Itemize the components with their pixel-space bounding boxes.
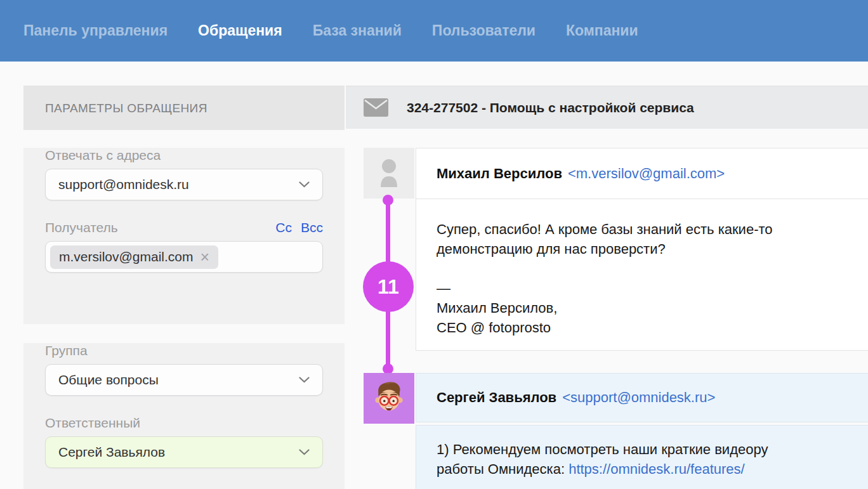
message-agent-body: 1) Рекомендуем посмотреть наши краткие в… [416, 425, 868, 489]
case-parameters-title: ПАРАМЕТРЫ ОБРАЩЕНИЯ [23, 86, 345, 130]
section-divider [23, 324, 345, 327]
remove-recipient-icon[interactable]: × [201, 249, 210, 265]
envelope-icon [364, 98, 388, 117]
ticket-title: 324-277502 - Помощь с настройкой сервиса [407, 100, 694, 115]
message-customer-header: Михаил Версилов <m.versilov@gmail.com> [416, 148, 868, 199]
reply-from-label: Отвечать с адреса [45, 148, 323, 163]
author-email-link[interactable]: <m.versilov@gmail.com> [568, 166, 725, 182]
group-select[interactable]: Общие вопросы [45, 364, 323, 396]
nav-tab-companies[interactable]: Компании [566, 22, 638, 39]
agent-memoji-icon [371, 380, 407, 417]
author-name: Сергей Завьялов [437, 389, 556, 406]
nav-tab-cases[interactable]: Обращения [198, 22, 282, 39]
group-label: Группа [45, 343, 323, 358]
reply-from-select[interactable]: support@omnidesk.ru [45, 169, 323, 200]
reply-from-value: support@omnidesk.ru [58, 177, 189, 192]
group-value: Общие вопросы [58, 372, 159, 388]
case-parameters-panel: ПАРАМЕТРЫ ОБРАЩЕНИЯ Отвечать с адреса su… [23, 86, 345, 489]
bcc-link[interactable]: Bcc [301, 220, 323, 235]
author-email-link[interactable]: <support@omnidesk.ru> [562, 389, 715, 406]
ticket-header: 324-277502 - Помощь с настройкой сервиса [346, 86, 868, 129]
recipient-label: Получатель [45, 220, 118, 235]
message-line: — [437, 278, 868, 298]
nav-tab-knowledge-base[interactable]: База знаний [313, 22, 402, 39]
message-customer: Михаил Версилов <m.versilov@gmail.com> С… [416, 148, 868, 351]
message-agent-header: Сергей Завьялов <support@omnidesk.ru> [416, 373, 868, 422]
features-link[interactable]: https://omnidesk.ru/features/ [569, 461, 745, 477]
message-customer-body: Супер, спасибо! А кроме базы знаний есть… [416, 199, 868, 337]
message-count-badge[interactable]: 11 [363, 261, 414, 312]
recipient-input[interactable]: m.versilov@gmail.com × [45, 241, 323, 273]
agent-avatar [364, 373, 414, 424]
assignee-select[interactable]: Сергей Завьялов [45, 436, 323, 468]
top-navigation: Панель управления Обращения База знаний … [0, 0, 868, 62]
message-line [437, 259, 868, 278]
message-line: демонстрацию для нас проверсти? [437, 239, 868, 259]
nav-tab-dashboard[interactable]: Панель управления [23, 22, 168, 39]
chevron-down-icon [299, 449, 310, 455]
chevron-down-icon [299, 377, 310, 383]
assignee-label: Ответственный [45, 415, 323, 431]
message-line: 1) Рекомендуем посмотреть наши краткие в… [437, 440, 868, 459]
nav-tab-users[interactable]: Пользователи [432, 22, 536, 39]
message-line: Супер, спасибо! А кроме базы знаний есть… [437, 219, 868, 239]
message-agent: Сергей Завьялов <support@omnidesk.ru> 1)… [416, 373, 868, 489]
case-view: 324-277502 - Помощь с настройкой сервиса… [346, 86, 868, 489]
message-line: Михаил Версилов, [437, 298, 868, 318]
address-section: Отвечать с адреса support@omnidesk.ru По… [23, 148, 345, 324]
recipient-chip-email: m.versilov@gmail.com [59, 249, 194, 264]
chevron-down-icon [299, 181, 310, 188]
message-line: работы Омнидеска: https://omnidesk.ru/fe… [437, 459, 868, 479]
author-name: Михаил Версилов [437, 166, 562, 182]
message-line-text: работы Омнидеска: [437, 461, 569, 477]
customer-avatar [364, 148, 414, 199]
recipient-chip: m.versilov@gmail.com × [50, 245, 218, 269]
assignee-value: Сергей Завьялов [58, 445, 165, 460]
person-icon [374, 159, 404, 187]
cc-link[interactable]: Cc [275, 220, 292, 235]
timeline-dot [383, 195, 393, 205]
routing-section: Группа Общие вопросы Ответственный Серге… [23, 343, 345, 489]
message-line: CEO @ fotoprosto [437, 318, 868, 337]
